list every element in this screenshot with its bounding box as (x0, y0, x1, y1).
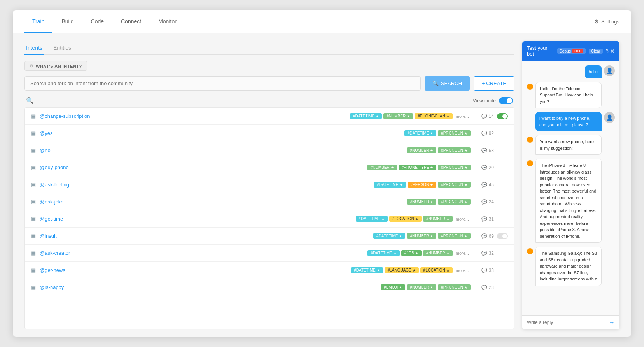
tags-area: #NUMBER ★#PHONE-TYPE ★#PRONOUN ★ (110, 165, 471, 170)
folder-icon: ▣ (31, 284, 36, 290)
chat-input[interactable] (527, 320, 609, 325)
intent-name[interactable]: @change-subscription (40, 113, 110, 119)
search-button[interactable]: 🔍 SEARCH (425, 76, 470, 91)
search-input-wrap (24, 76, 421, 91)
intent-tag: #DATETIME ★ (356, 216, 388, 222)
search-input[interactable] (30, 77, 415, 90)
intent-name[interactable]: @yes (40, 130, 110, 136)
more-tags[interactable]: more... (454, 267, 471, 273)
clear-button[interactable]: Clear (589, 49, 603, 54)
intent-tag: #DATETIME ★ (350, 113, 382, 119)
count-area: 💬 32 (474, 251, 494, 256)
intent-name[interactable]: @ask-creator (40, 250, 110, 256)
subtab-intents[interactable]: Intents (24, 42, 44, 55)
intent-tag: #LOCATION ★ (389, 216, 422, 222)
nav-tab-code[interactable]: Code (83, 11, 112, 33)
tags-area: #DATETIME ★#PRONOUN ★ (110, 130, 471, 136)
more-tags[interactable]: more... (454, 250, 471, 256)
intent-row[interactable]: ▣@is-happy#EMOJI ★#NUMBER ★#PRONOUN ★💬 2… (25, 279, 514, 296)
intent-name[interactable]: @get-news (40, 267, 110, 273)
intent-toggle[interactable] (497, 113, 508, 119)
intent-row[interactable]: ▣@get-time#DATETIME ★#LOCATION ★#NUMBER … (25, 210, 514, 228)
intent-tag: #PRONOUN ★ (438, 130, 471, 136)
nav-tab-build[interactable]: Build (54, 11, 81, 33)
more-tags[interactable]: more... (454, 113, 471, 119)
send-icon[interactable]: → (609, 319, 615, 326)
chat-title: Test your bot (527, 45, 554, 57)
intent-tag: #NUMBER ★ (407, 199, 436, 205)
view-mode-row: View mode (473, 97, 513, 104)
chat-message-bot: !The Samsung Galaxy: The S8 and S8+ cont… (527, 247, 615, 286)
refresh-icon[interactable]: ↻ (606, 48, 610, 54)
settings-button[interactable]: ⚙ Settings (594, 19, 620, 25)
info-banner[interactable]: ⚙ WHAT'S AN INTENT? (24, 61, 87, 71)
nav-tab-train[interactable]: Train (24, 11, 52, 33)
intent-row[interactable]: ▣@yes#DATETIME ★#PRONOUN ★💬 92 (25, 125, 514, 142)
intent-count: 31 (489, 216, 494, 222)
bot-bubble: You want a new phone, here is my suggest… (536, 135, 602, 155)
intent-tag: #DATETIME ★ (404, 130, 436, 136)
intent-count: 23 (489, 285, 494, 290)
intent-name[interactable]: @get-time (40, 216, 110, 222)
intent-tag: #PRONOUN ★ (438, 233, 471, 239)
comment-icon: 💬 (481, 233, 487, 239)
debug-toggle[interactable]: OFF (572, 49, 583, 53)
intent-row[interactable]: ▣@ask-feeling#DATETIME ★#PERSON ★#PRONOU… (25, 176, 514, 193)
intent-toggle[interactable] (497, 233, 508, 239)
count-area: 💬 20 (474, 165, 494, 170)
view-mode-toggle[interactable] (499, 97, 513, 104)
search-icon-sm[interactable]: 🔍 (26, 97, 34, 104)
tags-area: #DATETIME ★#NUMBER ★#PRONOUN ★ (110, 233, 471, 239)
folder-icon: ▣ (31, 216, 36, 222)
tags-area: #DATETIME ★#LANGUAGE ★#LOCATION ★more... (110, 267, 471, 273)
search-row: 🔍 SEARCH + CREATE (24, 76, 514, 91)
tags-area: #NUMBER ★#PRONOUN ★ (110, 199, 471, 205)
intent-name[interactable]: @ask-joke (40, 199, 110, 205)
intent-count: 63 (489, 148, 494, 153)
comment-icon: 💬 (481, 114, 487, 119)
intent-tag: #DATETIME ★ (368, 250, 399, 256)
info-icon: ⚙ (30, 63, 33, 68)
folder-icon: ▣ (31, 130, 36, 136)
search-icon: 🔍 (432, 81, 439, 86)
intent-name[interactable]: @insult (40, 233, 110, 239)
intent-row[interactable]: ▣@get-news#DATETIME ★#LANGUAGE ★#LOCATIO… (25, 262, 514, 279)
intent-row[interactable]: ▣@buy-phone#NUMBER ★#PHONE-TYPE ★#PRONOU… (25, 159, 514, 176)
intent-name[interactable]: @ask-feeling (40, 182, 110, 188)
close-chat-button[interactable]: ✕ (610, 47, 615, 55)
comment-icon: 💬 (481, 268, 487, 273)
status-dot: ! (527, 137, 533, 143)
folder-icon: ▣ (31, 147, 36, 153)
intent-row[interactable]: ▣@ask-creator#DATETIME ★#JOB ★#NUMBER ★m… (25, 245, 514, 262)
intent-row[interactable]: ▣@ask-joke#NUMBER ★#PRONOUN ★💬 24 (25, 193, 514, 210)
left-panel: Intents Entities ⚙ WHAT'S AN INTENT? 🔍 S… (24, 41, 514, 329)
create-button[interactable]: + CREATE (474, 76, 514, 91)
more-tags[interactable]: more... (454, 216, 471, 222)
intent-name[interactable]: @no (40, 147, 110, 153)
bot-bubble: Hello, I'm the Telecom Support Bot. How … (536, 82, 602, 109)
folder-icon: ▣ (31, 182, 36, 188)
user-avatar: 👤 (604, 65, 615, 76)
intent-tag: #PRONOUN ★ (438, 284, 471, 290)
intent-row[interactable]: ▣@no#NUMBER ★#PRONOUN ★💬 63 (25, 142, 514, 159)
nav-tab-monitor[interactable]: Monitor (150, 11, 184, 33)
subtab-entities[interactable]: Entities (52, 42, 73, 55)
tags-area: #NUMBER ★#PRONOUN ★ (110, 147, 471, 153)
intent-tag: #LOCATION ★ (420, 267, 453, 273)
folder-icon: ▣ (31, 267, 36, 273)
intent-name[interactable]: @is-happy (40, 284, 110, 290)
nav-tab-connect[interactable]: Connect (113, 11, 149, 33)
intent-row[interactable]: ▣@insult#DATETIME ★#NUMBER ★#PRONOUN ★💬 … (25, 228, 514, 245)
user-avatar: 👤 (604, 112, 615, 123)
user-bubble: i want to buy a new phone, can you help … (536, 112, 602, 131)
intent-name[interactable]: @buy-phone (40, 165, 110, 170)
folder-icon: ▣ (31, 165, 36, 170)
app-container: Train Build Code Connect Monitor ⚙ Setti… (13, 10, 631, 337)
comment-icon: 💬 (481, 165, 487, 170)
bot-bubble: The Samsung Galaxy: The S8 and S8+ conta… (536, 247, 602, 286)
intent-tag: #PHONE-PLAN ★ (415, 113, 453, 119)
chat-message-user: hello👤 (527, 65, 615, 78)
count-area: 💬 45 (474, 182, 494, 188)
intent-row[interactable]: ▣@change-subscription#DATETIME ★#NUMBER … (25, 108, 514, 125)
intent-tag: #PERSON ★ (408, 182, 437, 188)
